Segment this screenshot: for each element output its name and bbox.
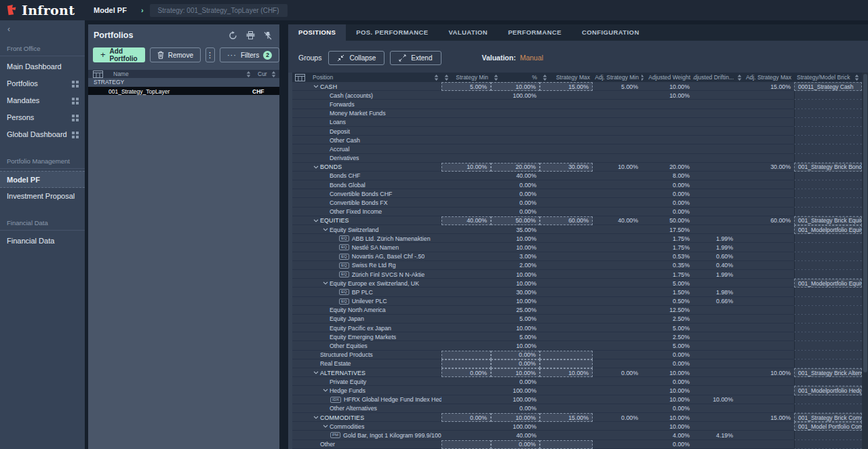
strategy-model-brick-cell[interactable] bbox=[794, 118, 862, 127]
position-cell[interactable]: EQABB Ltd. Zürich Namenaktien bbox=[292, 234, 441, 243]
weight-pct-cell[interactable]: 0.00% bbox=[491, 359, 540, 368]
print-icon[interactable] bbox=[246, 31, 255, 39]
adj-strategy-min-cell[interactable] bbox=[593, 198, 642, 207]
strategy-model-brick-cell[interactable] bbox=[794, 189, 862, 198]
strategy-model-brick-cell[interactable] bbox=[794, 306, 862, 315]
adjusted-weight-cell[interactable] bbox=[642, 136, 693, 144]
position-cell[interactable]: COMMODITIES bbox=[292, 413, 441, 422]
strategy-max-cell[interactable]: 60.00% bbox=[540, 216, 593, 225]
adjusted-drifting-cell[interactable] bbox=[693, 198, 736, 207]
strategy-max-cell[interactable] bbox=[540, 100, 593, 109]
weight-pct-cell[interactable]: 40.00% bbox=[491, 172, 540, 180]
column-header-%[interactable]: % bbox=[491, 73, 540, 82]
strategy-min-cell[interactable] bbox=[441, 341, 491, 350]
tab-performance[interactable]: PERFORMANCE bbox=[498, 24, 572, 41]
adjusted-drifting-cell[interactable] bbox=[693, 440, 736, 449]
adjusted-drifting-cell[interactable] bbox=[693, 332, 736, 341]
sidebar-item-model-pf[interactable]: Model PF bbox=[0, 171, 85, 188]
strategy-max-cell[interactable] bbox=[540, 377, 593, 386]
table-columns-icon[interactable] bbox=[93, 71, 103, 78]
adj-strategy-min-cell[interactable] bbox=[593, 136, 642, 144]
strategy-max-cell[interactable] bbox=[540, 234, 593, 243]
add-portfolio-button[interactable]: + Add Portfolio bbox=[93, 47, 145, 62]
strategy-min-cell[interactable]: 0.00% bbox=[441, 413, 491, 422]
position-cell[interactable]: Other Fixed Income bbox=[292, 208, 441, 216]
strategy-min-cell[interactable] bbox=[441, 279, 491, 288]
sort-icon[interactable] bbox=[854, 75, 859, 81]
adjusted-drifting-cell[interactable] bbox=[693, 172, 736, 180]
strategy-min-cell[interactable] bbox=[441, 359, 491, 368]
adj-strategy-min-cell[interactable] bbox=[593, 180, 642, 189]
weight-pct-cell[interactable]: 50.00% bbox=[491, 216, 540, 225]
strategy-selector[interactable]: Strategy: 001_Strategy_TopLayer (CHF) bbox=[150, 4, 288, 17]
weight-pct-cell[interactable]: 0.00% bbox=[491, 180, 540, 189]
strategy-min-cell[interactable] bbox=[441, 252, 491, 261]
weight-pct-cell[interactable]: 3.00% bbox=[491, 252, 540, 261]
column-header-adjusted-driftin-[interactable]: Adjusted Driftin... bbox=[693, 73, 736, 82]
adj-strategy-max-cell[interactable] bbox=[736, 109, 794, 118]
strategy-max-cell[interactable]: 15.00% bbox=[540, 82, 593, 91]
position-cell[interactable]: EQUnilever PLC bbox=[292, 297, 441, 306]
strategy-model-brick-cell[interactable] bbox=[794, 332, 862, 341]
adj-strategy-min-cell[interactable] bbox=[593, 297, 642, 306]
weight-pct-cell[interactable]: 10.00% bbox=[491, 234, 540, 243]
strategy-min-cell[interactable] bbox=[441, 297, 491, 306]
strategy-model-brick-cell[interactable]: 001_Strategy Brick Equity bbox=[794, 216, 862, 225]
adj-strategy-max-cell[interactable] bbox=[736, 395, 794, 404]
extend-button[interactable]: Extend bbox=[390, 51, 441, 65]
adjusted-weight-cell[interactable]: 0.00% bbox=[642, 198, 693, 207]
weight-pct-cell[interactable]: 0.00% bbox=[491, 404, 540, 413]
adj-strategy-max-cell[interactable] bbox=[736, 234, 794, 243]
adj-strategy-max-cell[interactable] bbox=[736, 225, 794, 234]
adj-strategy-max-cell[interactable]: 30.00% bbox=[736, 163, 794, 172]
adj-strategy-min-cell[interactable] bbox=[593, 431, 642, 440]
adjusted-drifting-cell[interactable]: 0.60% bbox=[693, 252, 736, 261]
more-actions-button[interactable]: ⋮ bbox=[205, 47, 215, 62]
strategy-min-cell[interactable] bbox=[441, 306, 491, 315]
chevron-down-icon[interactable] bbox=[311, 219, 320, 222]
strategy-max-cell[interactable] bbox=[540, 386, 593, 395]
weight-pct-cell[interactable] bbox=[491, 136, 540, 144]
adj-strategy-min-cell[interactable] bbox=[593, 440, 642, 449]
adjusted-drifting-cell[interactable] bbox=[693, 144, 736, 153]
adjusted-weight-cell[interactable]: 5.00% bbox=[642, 324, 693, 332]
weight-pct-cell[interactable]: 0.00% bbox=[491, 198, 540, 207]
adj-strategy-min-cell[interactable]: 5.00% bbox=[593, 82, 642, 91]
adjusted-drifting-cell[interactable] bbox=[693, 127, 736, 136]
chevron-down-icon[interactable] bbox=[311, 416, 320, 419]
strategy-model-brick-cell[interactable] bbox=[794, 180, 862, 189]
adjusted-weight-cell[interactable]: 0.00% bbox=[642, 404, 693, 413]
strategy-model-brick-cell[interactable]: 001_Strategy Brick Alternatives bbox=[794, 368, 862, 377]
adj-strategy-min-cell[interactable] bbox=[593, 127, 642, 136]
adjusted-weight-cell[interactable]: 0.00% bbox=[642, 359, 693, 368]
adjusted-drifting-cell[interactable] bbox=[693, 422, 736, 431]
strategy-model-brick-cell[interactable] bbox=[794, 252, 862, 261]
chevron-down-icon[interactable] bbox=[321, 281, 330, 285]
position-cell[interactable]: Hedge Funds bbox=[292, 386, 441, 395]
weight-pct-cell[interactable]: 100.00% bbox=[491, 386, 540, 395]
strategy-model-brick-cell[interactable]: 001_Strategy Brick Commodity bbox=[794, 413, 862, 422]
strategy-model-brick-cell[interactable] bbox=[794, 440, 862, 449]
weight-pct-cell[interactable]: 0.00% bbox=[491, 351, 540, 359]
strategy-max-cell[interactable] bbox=[540, 404, 593, 413]
adjusted-drifting-cell[interactable]: 0.66% bbox=[693, 297, 736, 306]
position-cell[interactable]: EQBP PLC bbox=[292, 288, 441, 296]
adj-strategy-max-cell[interactable] bbox=[736, 440, 794, 449]
adj-strategy-min-cell[interactable] bbox=[593, 351, 642, 359]
strategy-min-cell[interactable] bbox=[441, 324, 491, 332]
table-columns-icon[interactable] bbox=[295, 74, 305, 81]
strategy-min-cell[interactable] bbox=[441, 109, 491, 118]
weight-pct-cell[interactable] bbox=[491, 109, 540, 118]
weight-pct-cell[interactable] bbox=[491, 144, 540, 153]
adjusted-drifting-cell[interactable] bbox=[693, 413, 736, 422]
adjusted-weight-cell[interactable]: 0.00% bbox=[642, 351, 693, 359]
adjusted-weight-cell[interactable]: 1.75% bbox=[642, 270, 693, 279]
strategy-max-cell[interactable] bbox=[540, 208, 593, 216]
adjusted-weight-cell[interactable]: 0.00% bbox=[642, 189, 693, 198]
adj-strategy-max-cell[interactable] bbox=[736, 118, 794, 127]
strategy-model-brick-cell[interactable] bbox=[794, 136, 862, 144]
adj-strategy-min-cell[interactable]: 0.00% bbox=[593, 368, 642, 377]
weight-pct-cell[interactable]: 100.00% bbox=[491, 91, 540, 100]
adjusted-weight-cell[interactable]: 4.00% bbox=[642, 431, 693, 440]
weight-pct-cell[interactable]: 5.00% bbox=[491, 315, 540, 324]
